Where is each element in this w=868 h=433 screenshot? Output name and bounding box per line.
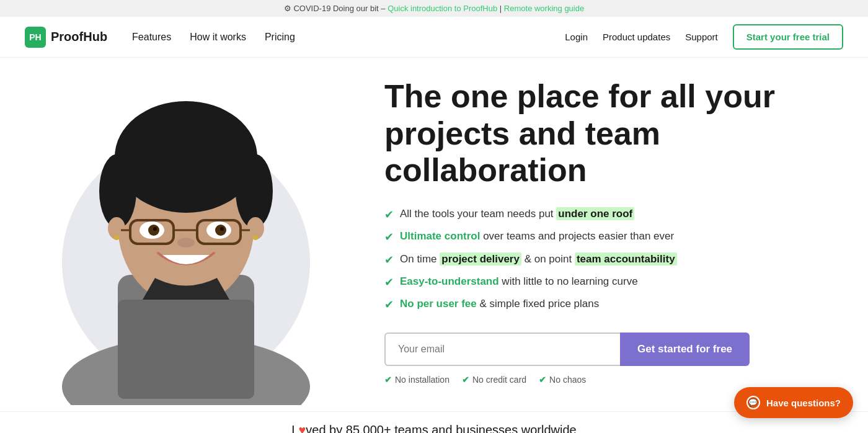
hero-title: The one place for all your projects and …	[384, 78, 843, 189]
start-trial-button[interactable]: Start your free trial	[733, 24, 843, 50]
person-illustration	[56, 83, 316, 405]
check-icon: ✔	[384, 297, 394, 313]
svg-point-24	[253, 235, 258, 240]
check-mark-icon: ✔	[539, 375, 546, 385]
highlight-project-delivery: project delivery	[440, 252, 521, 266]
top-banner: ⚙ COVID-19 Doing our bit – Quick introdu…	[0, 0, 868, 17]
feature-list: ✔ All the tools your team needs put unde…	[384, 207, 843, 313]
nav-how-it-works[interactable]: How it works	[190, 32, 246, 43]
nav-pricing[interactable]: Pricing	[265, 32, 295, 43]
sub-check-no-chaos: ✔ No chaos	[539, 375, 586, 385]
chat-bubble[interactable]: 💬 Have questions?	[734, 387, 853, 418]
chat-label: Have questions?	[766, 398, 841, 408]
svg-point-21	[177, 238, 195, 248]
svg-point-7	[124, 107, 248, 176]
svg-point-20	[220, 227, 224, 231]
check-icon: ✔	[384, 275, 394, 290]
highlight-ultimate-control: Ultimate control	[400, 230, 480, 242]
banner-prefix: COVID-19 Doing our bit –	[293, 4, 385, 13]
highlight-under-one-roof: under one roof	[556, 207, 634, 220]
banner-separator: |	[500, 4, 502, 13]
check-mark-icon: ✔	[462, 375, 469, 385]
email-input[interactable]	[384, 333, 620, 366]
highlight-easy-to-understand: Easy-to-understand	[400, 275, 499, 287]
list-item: ✔ No per user fee & simple fixed price p…	[384, 297, 843, 313]
nav-support[interactable]: Support	[685, 32, 718, 42]
bottom-text: L♥ved by 85,000+ teams and businesses wo…	[291, 423, 576, 433]
cta-row: Get started for free	[384, 333, 843, 366]
nav-links: Features How it works Pricing	[132, 32, 565, 43]
hero-image-wrap	[25, 76, 347, 405]
highlight-no-per-user-fee: No per user fee	[400, 298, 477, 310]
hero-section: The one place for all your projects and …	[0, 58, 868, 411]
svg-point-23	[114, 235, 119, 240]
nav-login[interactable]: Login	[565, 32, 588, 42]
navbar: PH ProofHub Features How it works Pricin…	[0, 17, 868, 58]
sub-check-no-installation: ✔ No installation	[384, 375, 450, 385]
logo-link[interactable]: PH ProofHub	[25, 27, 107, 48]
list-item: ✔ Easy-to-understand with little to no l…	[384, 274, 843, 290]
highlight-team-accountability: team accountability	[575, 252, 677, 266]
chat-icon: 💬	[746, 396, 760, 409]
sub-check-no-credit-card: ✔ No credit card	[462, 375, 526, 385]
check-mark-icon: ✔	[384, 375, 392, 385]
bottom-banner: L♥ved by 85,000+ teams and businesses wo…	[0, 411, 868, 433]
svg-rect-22	[118, 300, 254, 399]
list-item: ✔ All the tools your team needs put unde…	[384, 207, 843, 223]
get-started-button[interactable]: Get started for free	[620, 333, 750, 366]
check-icon: ✔	[384, 207, 394, 223]
svg-point-6	[236, 154, 273, 228]
nav-features[interactable]: Features	[132, 32, 171, 43]
banner-link1[interactable]: Quick introduction to ProofHub	[388, 4, 497, 13]
logo-text: ProofHub	[51, 30, 107, 44]
nav-product-updates[interactable]: Product updates	[603, 32, 670, 42]
hero-person	[56, 83, 316, 405]
check-icon: ✔	[384, 230, 394, 245]
gear-icon: ⚙	[284, 4, 291, 13]
list-item: ✔ On time project delivery & on point te…	[384, 252, 843, 268]
banner-link2[interactable]: Remote working guide	[504, 4, 584, 13]
check-icon: ✔	[384, 252, 394, 268]
list-item: ✔ Ultimate control over teams and projec…	[384, 229, 843, 245]
svg-point-5	[99, 154, 136, 228]
nav-right: Login Product updates Support Start your…	[565, 24, 843, 50]
svg-point-19	[153, 227, 157, 231]
hero-content: The one place for all your projects and …	[347, 78, 843, 403]
heart-icon: ♥	[298, 423, 306, 433]
sub-checks: ✔ No installation ✔ No credit card ✔ No …	[384, 375, 843, 385]
logo-icon: PH	[25, 27, 46, 48]
